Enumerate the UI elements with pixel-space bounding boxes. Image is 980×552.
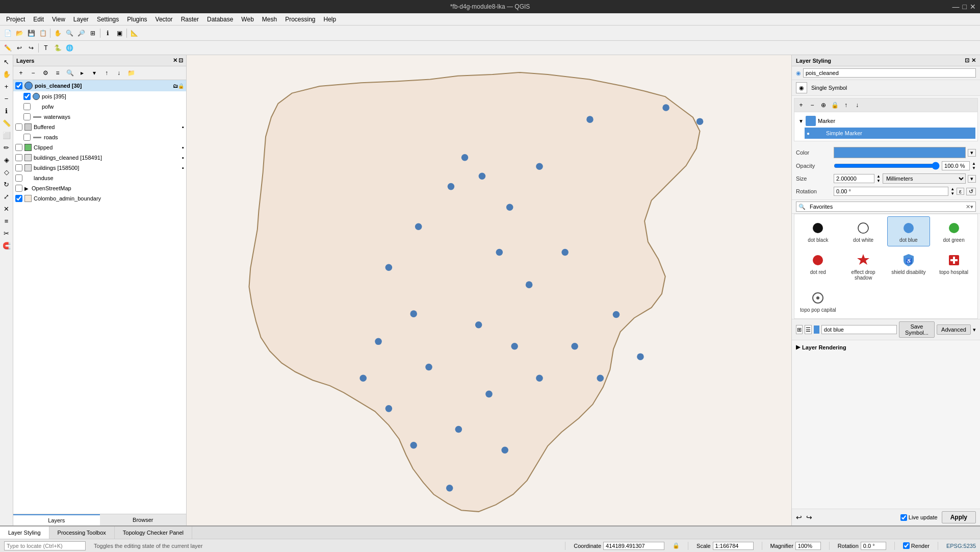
- menu-item-web[interactable]: Web: [237, 15, 257, 24]
- rotate-tool[interactable]: ↻: [1, 179, 12, 190]
- advanced-dropdown-icon[interactable]: ▾: [973, 327, 976, 333]
- sym-item-shield-disability[interactable]: ♿ shield disability: [887, 248, 931, 284]
- measure-btn[interactable]: 📐: [128, 28, 140, 39]
- sym-item-topo-pop-capital[interactable]: topo pop capital: [796, 286, 840, 316]
- select-btn[interactable]: ▣: [114, 28, 125, 39]
- zoom-in-tool[interactable]: +: [1, 81, 12, 92]
- sym-item-dot-green[interactable]: dot green: [932, 216, 975, 246]
- pan-tool[interactable]: ✋: [1, 68, 12, 80]
- attributes-tool[interactable]: ≡: [1, 215, 12, 227]
- layer-checkbox-landuse[interactable]: [15, 174, 22, 182]
- favorites-search-input[interactable]: [808, 203, 966, 211]
- layers-close-btn[interactable]: ✕: [173, 57, 177, 64]
- menu-item-help[interactable]: Help: [320, 15, 341, 24]
- move-down-symbol-btn[interactable]: ↓: [852, 99, 863, 111]
- layer-item-pofw[interactable]: pofw: [21, 102, 186, 112]
- opacity-value[interactable]: [942, 161, 970, 170]
- filter-layer-btn[interactable]: 🔍: [64, 67, 75, 79]
- save-as-btn[interactable]: 📋: [37, 28, 48, 39]
- layer-checkbox-roads[interactable]: [23, 134, 31, 141]
- layer-item-buildings-cleaned[interactable]: buildings_cleaned [158491] ▪: [13, 153, 186, 163]
- size-unit-dropdown[interactable]: ▾: [968, 175, 976, 183]
- rotation-down[interactable]: ▼: [950, 191, 955, 196]
- group-btn[interactable]: 📁: [125, 67, 137, 79]
- simple-marker-tree-item[interactable]: ● Simple Marker: [805, 128, 975, 139]
- apply-btn[interactable]: Apply: [942, 511, 976, 523]
- expand-all-btn[interactable]: ▸: [76, 67, 88, 79]
- identify-tool[interactable]: ℹ: [1, 105, 12, 116]
- menu-item-database[interactable]: Database: [203, 15, 237, 24]
- zoom-full-btn[interactable]: ⊞: [87, 28, 98, 39]
- remove-symbol-btn[interactable]: −: [807, 99, 818, 111]
- open-attribute-btn[interactable]: ≡: [52, 67, 63, 79]
- remove-layer-btn[interactable]: −: [28, 67, 39, 79]
- layer-checkbox-buildings[interactable]: [15, 164, 22, 171]
- sym-list-view-btn[interactable]: ☰: [805, 325, 811, 334]
- layer-checkbox-openstreetmap[interactable]: [15, 185, 22, 192]
- scale-input[interactable]: [713, 542, 754, 550]
- plugin2-btn[interactable]: 🌐: [64, 42, 75, 54]
- select-rect-tool[interactable]: ⬜: [1, 130, 12, 141]
- layer-rendering-header[interactable]: ▶ Layer Rendering: [796, 342, 976, 352]
- sym-grid-view-btn[interactable]: ⊞: [796, 325, 803, 334]
- locate-search-input[interactable]: [4, 541, 86, 550]
- menu-item-processing[interactable]: Processing: [281, 15, 319, 24]
- epsg-badge[interactable]: EPSG:5235: [946, 543, 976, 549]
- open-btn[interactable]: 📂: [14, 28, 25, 39]
- right-panel-float-btn[interactable]: ⊡: [965, 57, 969, 64]
- size-unit-select[interactable]: Millimeters Pixels Points: [883, 173, 966, 184]
- layer-item-clipped[interactable]: Clipped ▪: [13, 142, 186, 153]
- edit-btn[interactable]: ✏️: [2, 42, 13, 54]
- tab-layer-styling[interactable]: Layer Styling: [0, 526, 49, 539]
- marker-tree-item[interactable]: ▼ Marker: [796, 114, 975, 128]
- sym-item-dot-black[interactable]: dot black: [796, 216, 840, 246]
- color-dropdown-btn[interactable]: ▾: [968, 149, 976, 157]
- maximize-button[interactable]: □: [963, 3, 967, 11]
- label-btn[interactable]: T: [40, 42, 51, 54]
- save-btn[interactable]: 💾: [25, 28, 37, 39]
- size-down[interactable]: ▼: [876, 179, 881, 183]
- layer-item-buildings[interactable]: buildings [158500] ▪: [13, 163, 186, 173]
- redo-history-btn[interactable]: ↪: [806, 513, 812, 521]
- layer-checkbox-waterways[interactable]: [23, 113, 31, 120]
- sym-item-dot-red[interactable]: dot red: [796, 248, 840, 284]
- layer-name-input[interactable]: [803, 68, 976, 78]
- new-project-btn[interactable]: 📄: [2, 28, 13, 39]
- move-up-symbol-btn[interactable]: ↑: [840, 99, 852, 111]
- collapse-all-btn[interactable]: ▾: [89, 67, 100, 79]
- favorites-clear-btn[interactable]: ✕: [966, 204, 970, 210]
- opacity-down[interactable]: ▼: [972, 166, 976, 170]
- menu-item-raster[interactable]: Raster: [177, 15, 203, 24]
- tab-layers[interactable]: Layers: [13, 514, 100, 525]
- delete-tool[interactable]: ✕: [1, 203, 12, 214]
- add-layer-btn[interactable]: +: [15, 67, 27, 79]
- layer-checkbox-pois[interactable]: [23, 93, 31, 100]
- coordinate-input[interactable]: [603, 542, 664, 550]
- save-symbol-btn[interactable]: Save Symbol...: [899, 321, 935, 338]
- layer-item-openstreetmap[interactable]: ▶ OpenStreetMap: [13, 183, 186, 193]
- rotation-input[interactable]: [834, 187, 948, 196]
- render-checkbox[interactable]: [903, 542, 910, 549]
- rotation-reset-btn[interactable]: ↺: [966, 188, 976, 195]
- rotation-up[interactable]: ▲: [950, 187, 955, 191]
- sym-item-dot-white[interactable]: dot white: [842, 216, 885, 246]
- menu-item-layer[interactable]: Layer: [69, 15, 93, 24]
- menu-item-mesh[interactable]: Mesh: [258, 15, 281, 24]
- map-area[interactable]: [187, 55, 791, 525]
- layer-checkbox-pois-cleaned[interactable]: [15, 82, 22, 89]
- tab-browser[interactable]: Browser: [100, 514, 187, 525]
- tab-topology-checker[interactable]: Topology Checker Panel: [115, 526, 192, 539]
- layer-item-pois-cleaned[interactable]: pois_cleaned [30] 🗂🔒: [13, 80, 186, 91]
- layer-item-colombo-admin[interactable]: Colombo_admin_boundary: [13, 193, 186, 204]
- favorites-more-btn[interactable]: ▾: [970, 204, 973, 210]
- layer-properties-btn[interactable]: ⚙: [40, 67, 51, 79]
- layer-checkbox-colombo-admin[interactable]: [15, 195, 22, 202]
- symbol-type-icon-btn[interactable]: ◉: [796, 82, 807, 93]
- rotation-status-input[interactable]: [861, 542, 886, 550]
- redo-btn[interactable]: ↪: [25, 42, 37, 54]
- sym-item-effect-drop-shadow[interactable]: effect drop shadow: [842, 248, 885, 284]
- layer-item-waterways[interactable]: waterways: [21, 112, 186, 122]
- layer-checkbox-buffered[interactable]: [15, 123, 22, 131]
- layers-float-btn[interactable]: ⊡: [178, 57, 183, 64]
- magnifier-input[interactable]: [795, 542, 821, 550]
